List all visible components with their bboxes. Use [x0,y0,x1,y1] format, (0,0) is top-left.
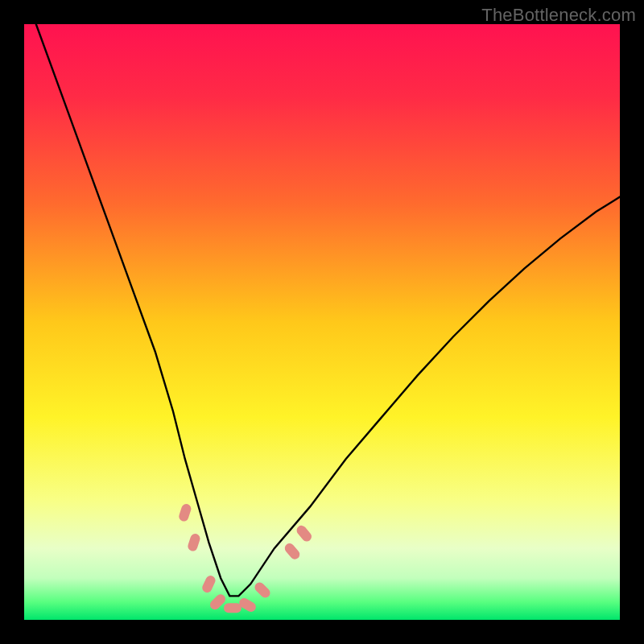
chart-stage: TheBottleneck.com [0,0,644,644]
chart-svg [24,24,620,620]
curve-marker [224,603,242,613]
chart-background [24,24,620,620]
watermark-label: TheBottleneck.com [481,5,636,26]
plot-area [24,24,620,620]
